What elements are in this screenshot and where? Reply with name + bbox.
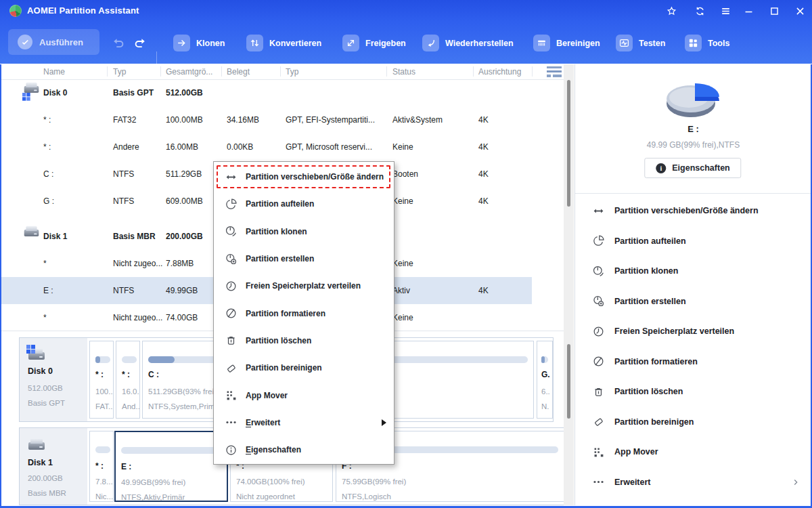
- disk-icon: [26, 435, 47, 450]
- panel-item-advanced[interactable]: Erweitert: [575, 467, 811, 498]
- favorite-star-icon[interactable]: [666, 5, 677, 17]
- panel-item-allocate[interactable]: Freien Speicherplatz verteilen: [575, 316, 811, 347]
- panel-item-wipe[interactable]: Partition bereinigen: [575, 407, 811, 438]
- redo-icon[interactable]: [133, 35, 148, 50]
- panel-divider: [575, 193, 811, 194]
- panel-action-list: Partition verschieben/Größe ändern Parti…: [575, 196, 811, 497]
- vertical-scrollbar: [564, 64, 574, 505]
- close-button[interactable]: [794, 5, 806, 17]
- selected-drive-summary: 49.99 GB(99% frei),NTFS: [575, 140, 811, 150]
- clean-comb-icon: [533, 35, 550, 51]
- menu-item-delete[interactable]: Partition löschen: [214, 327, 394, 354]
- scrollbar-thumb-table[interactable]: [567, 80, 570, 207]
- check-icon: [18, 35, 32, 49]
- chevron-right-icon: [791, 478, 800, 487]
- hamburger-menu-icon[interactable]: [720, 5, 731, 17]
- undo-icon[interactable]: [111, 35, 126, 50]
- menu-item-resize[interactable]: Partition verschieben/Größe ändern: [214, 163, 394, 190]
- app-logo-icon: [9, 5, 22, 17]
- sync-refresh-icon[interactable]: [694, 5, 706, 17]
- disk1-partition-e-selected[interactable]: E : 49.99GB(99% frei) NTFS,Aktiv,Primär: [114, 431, 228, 502]
- pie-clone-icon: [225, 225, 238, 238]
- toolbar-clean-button[interactable]: Bereinigen: [533, 35, 600, 51]
- menu-item-create[interactable]: Partition erstellen: [214, 245, 394, 272]
- pie-split-icon: [225, 198, 238, 211]
- tools-grid-icon: [685, 35, 702, 51]
- panel-item-format[interactable]: Partition formatieren: [575, 347, 811, 377]
- panel-item-resize[interactable]: Partition verschieben/Größe ändern: [575, 196, 811, 226]
- app-window: AOMEI Partition Assistant Ausführen Klon…: [0, 0, 812, 508]
- panel-item-clone[interactable]: Partition klonen: [575, 256, 811, 287]
- view-layout-icon[interactable]: [547, 66, 562, 77]
- panel-item-split[interactable]: Partition aufteilen: [575, 226, 811, 257]
- selected-drive-label: E :: [575, 124, 811, 134]
- info-icon: i: [656, 163, 666, 173]
- toolbar-restore-button[interactable]: Wiederherstellen: [422, 35, 514, 51]
- test-pulse-icon: [616, 35, 633, 51]
- toolbar-test-button[interactable]: Testen: [616, 35, 665, 51]
- apply-button[interactable]: Ausführen: [8, 29, 99, 55]
- properties-button[interactable]: i Eigenschaften: [644, 158, 741, 178]
- disk0-partition-g[interactable]: G. 6.. N.: [537, 341, 553, 419]
- table-row-disk0[interactable]: Disk 0 Basis GPT 512.00GB: [1, 80, 564, 106]
- panel-item-delete[interactable]: Partition löschen: [575, 377, 811, 407]
- minimize-button[interactable]: [743, 5, 754, 17]
- col-typ[interactable]: Typ: [113, 67, 126, 77]
- disk1-partition-unalloc-small[interactable]: * : 7.8... Nic...: [89, 431, 114, 502]
- menu-item-wipe[interactable]: Partition bereinigen: [214, 354, 394, 381]
- menu-item-properties[interactable]: Eigenschaften: [214, 436, 394, 463]
- col-status[interactable]: Status: [392, 67, 415, 77]
- window-border-left: [0, 64, 1, 508]
- clock-icon: [225, 280, 238, 293]
- maximize-button[interactable]: [769, 5, 780, 17]
- col-typ2[interactable]: Typ: [286, 67, 298, 77]
- toolbar-tools-button[interactable]: Tools: [685, 35, 729, 51]
- dot-grid-icon: [225, 389, 238, 402]
- trash-icon: [225, 334, 238, 347]
- panel-item-create[interactable]: Partition erstellen: [575, 287, 811, 317]
- col-align[interactable]: Ausrichtung: [478, 67, 521, 77]
- submenu-arrow-icon: [382, 419, 386, 426]
- app-title: AOMEI Partition Assistant: [27, 5, 139, 16]
- disk0-partition-msr[interactable]: * : 16.0... And...: [116, 341, 140, 419]
- ellipsis-icon: [225, 416, 238, 429]
- apply-label: Ausführen: [39, 37, 83, 47]
- table-row-efi[interactable]: * : FAT32 100.00MB 34.16MB GPT, EFI-Syst…: [1, 106, 564, 133]
- menu-item-split[interactable]: Partition aufteilen: [214, 190, 394, 217]
- col-belegt[interactable]: Belegt: [227, 67, 250, 77]
- menu-item-format[interactable]: Partition formatieren: [214, 299, 394, 326]
- disk0-card[interactable]: Disk 0 512.00GB Basis GPT: [20, 338, 87, 421]
- menu-item-appmover[interactable]: App Mover: [214, 381, 394, 408]
- titlebar: AOMEI Partition Assistant: [0, 0, 812, 22]
- restore-arrow-icon: [422, 35, 439, 51]
- col-total[interactable]: Gesamtgrö...: [166, 67, 212, 77]
- toolbar-convert-button[interactable]: Konvertieren: [246, 35, 321, 51]
- scrollbar-thumb-diskpanel[interactable]: [567, 344, 570, 419]
- clone-arrow-icon: [173, 35, 190, 51]
- toolbar: Ausführen Klonen Konvertieren Freigeben …: [0, 22, 812, 64]
- toolbar-separator: [156, 51, 157, 75]
- context-menu: Partition verschieben/Größe ändern Parti…: [213, 161, 394, 465]
- menu-item-allocate[interactable]: Freien Speicherplatz verteilen: [214, 272, 394, 299]
- info-circle-icon: [225, 444, 238, 457]
- usage-pie-chart: [575, 74, 811, 128]
- panel-item-appmover[interactable]: App Mover: [575, 437, 811, 467]
- menu-item-clone[interactable]: Partition klonen: [214, 218, 394, 245]
- disk-gpt-icon: [26, 345, 47, 360]
- right-panel: E : 49.99 GB(99% frei),NTFS i Eigenschaf…: [574, 64, 811, 505]
- table-header: Name Typ Gesamtgrö... Belegt Typ Status …: [1, 64, 564, 80]
- pie-plus-icon: [225, 253, 238, 266]
- convert-swap-icon: [246, 35, 263, 51]
- disk1-card[interactable]: Disk 1 200.00GB Basis MBR: [20, 428, 87, 505]
- pie-slash-icon: [225, 307, 238, 320]
- disk0-partition-efi[interactable]: * : 100... FAT...: [89, 341, 114, 419]
- share-diagonal-arrows-icon: [342, 35, 359, 51]
- menu-item-advanced[interactable]: Erweitert: [214, 409, 394, 436]
- eraser-icon: [225, 362, 238, 375]
- table-row-msr[interactable]: * : Andere 16.00MB 0.00KB GPT, Microsoft…: [1, 133, 564, 161]
- resize-arrows-icon: [225, 171, 238, 184]
- toolbar-clone-button[interactable]: Klonen: [173, 35, 225, 51]
- col-name[interactable]: Name: [43, 67, 65, 77]
- toolbar-share-button[interactable]: Freigeben: [342, 35, 406, 51]
